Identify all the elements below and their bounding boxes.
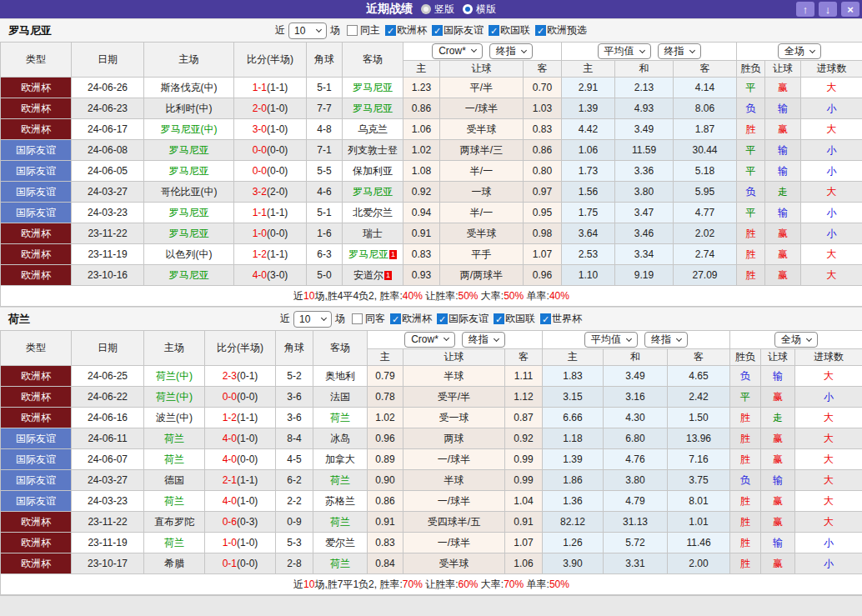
checked-checkbox-icon[interactable]: ✓ xyxy=(489,25,499,36)
move-down-button[interactable]: ↓ xyxy=(819,2,837,17)
handicap: 一/球半 xyxy=(403,491,505,512)
red-card-mark: 1 xyxy=(389,250,397,259)
checked-checkbox-icon[interactable]: ✓ xyxy=(432,25,443,36)
match-table: 类型日期主场比分(半场)角球客场Crow*终指平均值终指全场主让球客主和客胜负让… xyxy=(0,42,862,307)
scope-dropdown[interactable]: 全场 xyxy=(774,332,818,348)
competition-checkbox[interactable]: ✓世界杯 xyxy=(540,312,582,326)
chevron-down-icon xyxy=(626,335,632,341)
avg-home: 1.26 xyxy=(543,533,604,553)
move-up-button[interactable]: ↑ xyxy=(796,2,814,17)
final-odds-dropdown[interactable]: 终指 xyxy=(462,332,505,348)
competition-checkbox[interactable]: ✓欧洲杯 xyxy=(385,23,427,38)
unchecked-checkbox-icon[interactable] xyxy=(347,25,358,36)
result-goals: 大 xyxy=(801,119,862,140)
corner-score: 5-3 xyxy=(276,533,313,553)
result-handicap: 走 xyxy=(765,182,801,203)
chevron-down-icon xyxy=(521,48,527,53)
result-handicap: 走 xyxy=(761,408,795,428)
avg-draw: 3.80 xyxy=(615,182,674,203)
average-odds-dropdown[interactable]: 平均值 xyxy=(584,332,638,348)
competition-label: 欧国联 xyxy=(500,23,530,38)
average-odds-dropdown[interactable]: 平均值 xyxy=(598,43,651,59)
handicap: 平/半 xyxy=(440,78,524,98)
avg-home: 1.06 xyxy=(562,140,615,161)
avg-away: 2.02 xyxy=(674,223,737,244)
result-outcome: 胜 xyxy=(737,119,765,140)
competition-badge: 国际友谊 xyxy=(1,182,72,203)
checked-checkbox-icon[interactable]: ✓ xyxy=(390,313,401,324)
layout-radio-vertical-label: 竖版 xyxy=(434,3,454,17)
handicap: 半球 xyxy=(403,470,505,491)
odds-home: 0.86 xyxy=(403,98,440,119)
match-date: 24-03-23 xyxy=(72,491,144,512)
match-date: 23-11-22 xyxy=(72,223,144,244)
avg-home: 1.39 xyxy=(562,98,615,119)
handicap: 平手 xyxy=(440,244,524,265)
final-odds-dropdown[interactable]: 终指 xyxy=(644,332,688,348)
chevron-down-icon xyxy=(444,335,449,341)
corner-score: 5-1 xyxy=(307,203,343,223)
odds-away: 0.80 xyxy=(524,161,562,182)
fulltime-score: 2-0 xyxy=(253,103,267,114)
checked-checkbox-icon[interactable]: ✓ xyxy=(437,313,448,324)
checked-checkbox-icon[interactable]: ✓ xyxy=(494,313,504,324)
same-venue-checkbox[interactable]: 同客 xyxy=(352,312,385,326)
scope-dropdown[interactable]: 全场 xyxy=(778,43,821,59)
result-goals: 大 xyxy=(801,244,862,265)
final-odds-dropdown[interactable]: 终指 xyxy=(658,43,701,59)
crow-odds-dropdown[interactable]: Crow* xyxy=(432,43,483,59)
same-venue-label: 同主 xyxy=(360,23,380,38)
recent-count-select[interactable]: 10 xyxy=(293,311,332,328)
column-header: 客场 xyxy=(343,43,403,78)
result-outcome: 胜 xyxy=(737,244,765,265)
odds-away: 0.86 xyxy=(524,140,562,161)
competition-checkbox[interactable]: ✓欧洲预选 xyxy=(535,23,587,38)
competition-checkbox[interactable]: ✓欧洲杯 xyxy=(390,312,432,326)
competition-checkbox[interactable]: ✓国际友谊 xyxy=(432,23,484,38)
home-team: 直布罗陀 xyxy=(144,512,205,533)
corner-score: 8-4 xyxy=(276,428,313,449)
odds-home: 0.91 xyxy=(403,223,440,244)
match-row: 欧洲杯24-06-23比利时(中)2-0(1-0)7-7罗马尼亚0.86一/球半… xyxy=(1,98,862,119)
match-date: 24-03-27 xyxy=(72,182,144,203)
close-button[interactable]: × xyxy=(841,2,859,17)
competition-checkbox[interactable]: ✓欧国联 xyxy=(494,312,535,326)
layout-radio-vertical[interactable]: 竖版 xyxy=(421,3,454,17)
handicap: 受半球 xyxy=(440,119,524,140)
unchecked-checkbox-icon[interactable] xyxy=(352,313,363,324)
checked-checkbox-icon[interactable]: ✓ xyxy=(385,25,396,36)
competition-checkbox[interactable]: ✓欧国联 xyxy=(489,23,530,38)
crow-dropdown-group: Crow*终指 xyxy=(368,331,543,349)
result-goals: 大 xyxy=(795,470,862,491)
column-header: 比分(半场) xyxy=(234,43,307,78)
halftime-score: (2-0) xyxy=(267,186,288,198)
scope-dropdown-group: 全场 xyxy=(730,331,862,349)
final-odds-dropdown[interactable]: 终指 xyxy=(489,43,533,59)
odds-away: 1.04 xyxy=(505,491,543,512)
avg-draw: 4.30 xyxy=(604,408,668,428)
result-goals: 小 xyxy=(801,140,862,161)
chevron-down-icon xyxy=(806,335,812,341)
odds-away: 1.11 xyxy=(505,366,543,387)
recent-count-select[interactable]: 10 xyxy=(288,23,327,39)
home-team: 荷兰(中) xyxy=(144,387,205,408)
match-date: 24-06-25 xyxy=(72,366,144,387)
scope-dropdown-label: 全场 xyxy=(781,333,801,347)
avg-home: 3.15 xyxy=(543,387,604,408)
crow-odds-dropdown[interactable]: Crow* xyxy=(404,332,455,348)
fulltime-score: 4-0 xyxy=(223,453,237,465)
score: 1-2(1-1) xyxy=(205,408,276,428)
summary-segment: 10 xyxy=(303,578,314,590)
match-row: 欧洲杯24-06-22荷兰(中)0-0(0-0)3-6法国0.78受平/半1.1… xyxy=(1,387,862,408)
home-team-name: 希腊 xyxy=(164,558,184,569)
avg-draw: 3.36 xyxy=(615,161,674,182)
competition-checkbox[interactable]: ✓国际友谊 xyxy=(437,312,489,326)
crow-odds-dropdown-label: Crow* xyxy=(411,333,439,345)
halftime-score: (0-0) xyxy=(267,165,288,177)
checked-checkbox-icon[interactable]: ✓ xyxy=(540,313,551,324)
crow-odds-dropdown-label: Crow* xyxy=(439,45,466,57)
avg-away: 2.42 xyxy=(668,387,730,408)
same-venue-checkbox[interactable]: 同主 xyxy=(347,23,380,38)
checked-checkbox-icon[interactable]: ✓ xyxy=(535,25,546,36)
layout-radio-horizontal[interactable]: 横版 xyxy=(463,3,496,17)
